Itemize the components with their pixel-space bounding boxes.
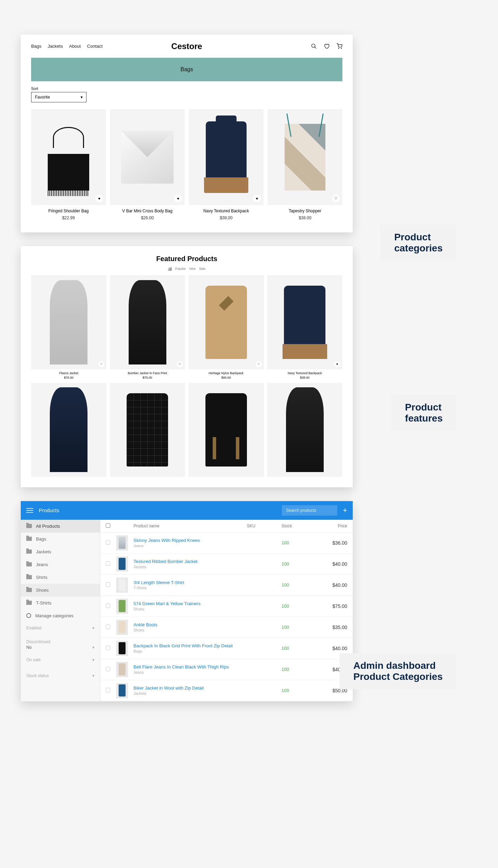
product-price: $35.00 — [316, 625, 347, 630]
favorite-icon[interactable]: ♡ — [332, 195, 340, 202]
table-row[interactable]: Biker Jacket in Wool with Zip DetailJack… — [100, 680, 353, 701]
product-name: Navy Textured Backpack — [267, 371, 343, 375]
filter-discontinued-label: Discontinued — [21, 636, 100, 645]
select-all-checkbox[interactable] — [106, 523, 110, 528]
product-card[interactable]: ♡ Bomber Jacket In Face Print $75.00 — [110, 275, 185, 379]
product-title[interactable]: Ankle Boots — [133, 622, 247, 627]
product-title[interactable]: Textured Ribbed Bomber Jacket — [133, 559, 247, 564]
product-stock: 100 — [282, 603, 316, 609]
favorite-icon[interactable]: ♡ — [177, 361, 183, 367]
favorite-icon[interactable]: ♥ — [334, 361, 340, 367]
sidebar-item-all[interactable]: All Products — [21, 520, 100, 533]
manage-categories[interactable]: Manage categories — [21, 609, 100, 622]
sidebar-item-jeans[interactable]: Jeans — [21, 558, 100, 571]
product-category: Shoes — [133, 628, 247, 632]
product-name: Heritage Nylon Backpack — [188, 371, 264, 375]
product-title[interactable]: 3/4 Length Sleeve T-Shirt — [133, 580, 247, 585]
product-stock: 100 — [282, 625, 316, 630]
filter-enabled[interactable]: Enabled▾ — [21, 622, 100, 632]
product-thumbnail — [116, 641, 128, 656]
tab-all[interactable]: All — [168, 267, 172, 270]
store-logo[interactable]: Cestore — [171, 41, 202, 51]
product-card[interactable]: ♥ Navy Textured Backpack $38.00 — [189, 109, 264, 220]
sort-dropdown[interactable]: Favorite ▾ — [31, 92, 86, 102]
row-checkbox[interactable] — [106, 561, 110, 566]
product-thumbnail — [116, 620, 128, 635]
row-checkbox[interactable] — [106, 603, 110, 608]
featured-grid: ♡ Fleece Jacket $75.00 ♡ Bomber Jacket I… — [31, 275, 342, 477]
row-checkbox[interactable] — [106, 646, 110, 650]
favorite-icon[interactable]: ♥ — [253, 195, 261, 202]
product-card[interactable] — [31, 383, 107, 477]
table-row[interactable]: Bell Flare Jeans In Clean Black With Thi… — [100, 659, 353, 680]
nav-about[interactable]: About — [69, 44, 81, 49]
top-nav: Bags Jackets About Contact — [31, 44, 103, 49]
product-stock: 100 — [282, 561, 316, 566]
row-checkbox[interactable] — [106, 688, 110, 692]
menu-icon[interactable] — [26, 508, 33, 513]
sidebar-item-jackets[interactable]: Jackets — [21, 545, 100, 558]
nav-jackets[interactable]: Jackets — [48, 44, 63, 49]
tab-new[interactable]: New — [190, 267, 196, 270]
product-card[interactable]: ♥ Navy Textured Backpack $38.00 — [267, 275, 343, 379]
add-product-button[interactable]: + — [343, 506, 347, 515]
col-name: Product name — [133, 524, 247, 528]
nav-contact[interactable]: Contact — [87, 44, 103, 49]
table-row[interactable]: 3/4 Length Sleeve T-ShirtT-Shirts100$40.… — [100, 575, 353, 596]
favorite-icon[interactable]: ♥ — [174, 195, 182, 202]
favorite-icon[interactable]: ♥ — [95, 195, 103, 202]
product-thumbnail — [116, 556, 128, 572]
table-header: Product name SKU Stock Price — [100, 520, 353, 533]
admin-dashboard-panel: Admin dashboard Product Categories Produ… — [21, 501, 353, 701]
search-icon[interactable] — [311, 43, 317, 49]
page-title: Products — [39, 507, 59, 513]
nav-bags[interactable]: Bags — [31, 44, 42, 49]
table-row[interactable]: Textured Ribbed Bomber JacketJackets100$… — [100, 554, 353, 575]
product-card[interactable] — [267, 383, 343, 477]
table-row[interactable]: Ankle BootsShoes100$35.00 — [100, 617, 353, 638]
product-price: $22.99 — [31, 215, 106, 220]
product-thumbnail — [116, 578, 128, 593]
cart-icon[interactable] — [336, 43, 342, 49]
product-stock: 100 — [282, 688, 316, 693]
filter-stock[interactable]: Stock status▾ — [21, 670, 100, 680]
product-category: Jeans — [133, 670, 247, 674]
product-title[interactable]: Bell Flare Jeans In Clean Black With Thi… — [133, 664, 247, 670]
product-card[interactable]: ♡ Heritage Nylon Backpack $95.00 — [188, 275, 264, 379]
admin-topbar: Products + — [21, 501, 353, 520]
wishlist-icon[interactable] — [324, 43, 330, 49]
sidebar-item-shoes[interactable]: Shoes — [21, 584, 100, 597]
search-input[interactable] — [282, 505, 337, 516]
tab-sale[interactable]: Sale — [199, 267, 205, 270]
tab-popular[interactable]: Popular — [175, 267, 186, 270]
table-row[interactable]: Backpack In Black Grid Print With Front … — [100, 638, 353, 659]
product-card[interactable]: ♡ Fleece Jacket $75.00 — [31, 275, 107, 379]
table-row[interactable]: 574 Green Marl & Yellow TrainersShoes100… — [100, 596, 353, 617]
filter-onsale[interactable]: On sale▾ — [21, 654, 100, 664]
product-card[interactable] — [188, 383, 264, 477]
product-category: T-Shirts — [133, 586, 247, 590]
favorite-icon[interactable]: ♡ — [98, 361, 104, 367]
svg-point-2 — [339, 48, 339, 48]
sidebar-item-shirts[interactable]: Shirts — [21, 571, 100, 584]
storefront-header: Bags Jackets About Contact Cestore — [31, 43, 342, 49]
product-price: $38.00 — [189, 215, 264, 220]
row-checkbox[interactable] — [106, 667, 110, 671]
product-title[interactable]: Backpack In Black Grid Print With Front … — [133, 643, 247, 648]
row-checkbox[interactable] — [106, 582, 110, 587]
filter-discontinued[interactable]: No▾ — [21, 645, 100, 651]
product-card[interactable]: ♥ Fringed Shoulder Bag $22.99 — [31, 109, 106, 220]
product-card[interactable]: ♡ Tapestry Shopper $38.00 — [268, 109, 342, 220]
product-title[interactable]: 574 Green Marl & Yellow Trainers — [133, 601, 247, 606]
product-title[interactable]: Skinny Jeans With Ripped Knees — [133, 538, 247, 543]
table-row[interactable]: Skinny Jeans With Ripped KneesJeans100$3… — [100, 533, 353, 554]
sidebar-item-tshirts[interactable]: T-Shirts — [21, 597, 100, 609]
product-card[interactable]: ♥ V Bar Mini Cross Body Bag $26.00 — [110, 109, 185, 220]
row-checkbox[interactable] — [106, 540, 110, 545]
favorite-icon[interactable]: ♡ — [256, 361, 262, 367]
section-label: Product categories — [380, 225, 456, 261]
product-title[interactable]: Biker Jacket in Wool with Zip Detail — [133, 685, 247, 691]
product-card[interactable] — [110, 383, 185, 477]
row-checkbox[interactable] — [106, 625, 110, 629]
sidebar-item-bags[interactable]: Bags — [21, 533, 100, 545]
